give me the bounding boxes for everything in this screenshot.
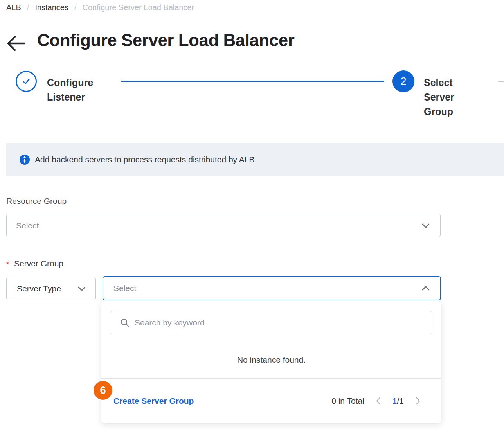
info-banner: Add backend servers to process requests … [6,143,504,176]
step2-number-badge: 2 [392,70,414,92]
resource-group-label: Resource Group [6,196,67,206]
breadcrumb: ALB / Instances / Configure Server Load … [6,3,194,12]
page-total: /1 [397,396,404,405]
server-group-dropdown-panel: No instance found. Create Server Group 0… [101,301,441,423]
step2-number: 2 [400,75,406,88]
step1-completed-icon [16,71,37,92]
total-count-text: 0 in Total [331,396,364,406]
stepper-connector-line [121,81,384,82]
search-box[interactable] [110,311,432,334]
info-icon [20,155,30,165]
server-type-value: Server Type [17,284,77,293]
required-asterisk: * [6,260,9,269]
breadcrumb-current: Configure Server Load Balancer [83,3,194,12]
breadcrumb-separator: / [27,3,29,12]
empty-state-text: No instance found. [101,355,441,365]
server-group-label: Server Group [14,259,63,268]
server-group-select[interactable]: Select [103,276,441,300]
annotation-step-badge: 6 [94,381,112,400]
step2-label: Select Server Group [424,75,471,119]
breadcrumb-separator: / [74,3,77,12]
page-title: Configure Server Load Balancer [37,31,294,50]
chevron-right-icon[interactable] [414,396,422,406]
breadcrumb-alb[interactable]: ALB [6,3,21,12]
chevron-down-icon [77,284,87,294]
chevron-left-icon[interactable] [374,396,382,406]
info-banner-text: Add backend servers to process requests … [35,155,257,164]
server-type-select[interactable]: Server Type [6,277,96,300]
chevron-up-icon [421,283,431,293]
pagination: 0 in Total 1/1 [331,396,422,406]
panel-footer: Create Server Group 0 in Total 1/1 [101,379,441,423]
create-server-group-link[interactable]: Create Server Group [113,396,194,406]
check-icon [20,75,32,87]
search-input[interactable] [135,318,426,327]
search-icon [120,318,130,328]
page-current: 1 [392,396,397,405]
back-arrow-icon[interactable] [6,34,26,52]
chevron-down-icon [421,221,431,231]
page-indicator: 1/1 [392,396,404,406]
configure-slb-page: ALB / Instances / Configure Server Load … [0,0,504,435]
resource-group-placeholder: Select [16,221,421,230]
breadcrumb-instances[interactable]: Instances [35,3,68,12]
step1-label: Configure Listener [47,75,115,104]
resource-group-select[interactable]: Select [6,214,441,237]
server-group-select-placeholder: Select [113,284,421,293]
stepper-next-connector-line [498,81,504,82]
